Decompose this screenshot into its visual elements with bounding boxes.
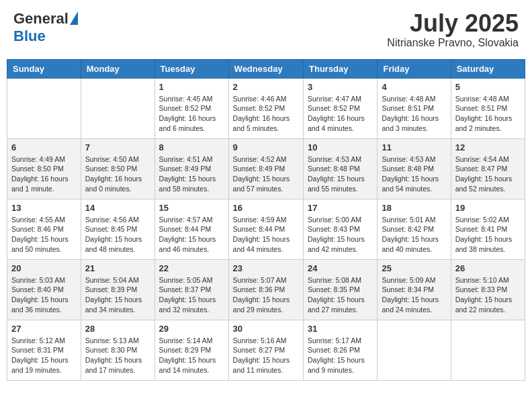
day-info: Sunrise: 5:10 AMSunset: 8:33 PMDaylight:… (455, 275, 521, 315)
day-info: Sunrise: 4:50 AMSunset: 8:50 PMDaylight:… (85, 154, 150, 194)
calendar-header-tuesday: Tuesday (154, 59, 228, 78)
day-number: 17 (308, 203, 373, 213)
calendar-cell: 14Sunrise: 4:56 AMSunset: 8:45 PMDayligh… (81, 199, 154, 259)
calendar-cell: 1Sunrise: 4:45 AMSunset: 8:52 PMDaylight… (154, 78, 228, 138)
day-info: Sunrise: 5:07 AMSunset: 8:36 PMDaylight:… (233, 275, 299, 315)
day-info: Sunrise: 4:54 AMSunset: 8:47 PMDaylight:… (455, 154, 521, 194)
day-number: 14 (85, 203, 150, 213)
day-number: 27 (11, 324, 77, 334)
calendar-header-monday: Monday (81, 59, 154, 78)
day-info: Sunrise: 4:57 AMSunset: 8:44 PMDaylight:… (159, 215, 224, 255)
day-number: 10 (308, 142, 373, 152)
day-number: 20 (11, 263, 77, 273)
day-info: Sunrise: 5:00 AMSunset: 8:43 PMDaylight:… (308, 215, 373, 255)
day-number: 28 (85, 324, 150, 334)
day-info: Sunrise: 4:45 AMSunset: 8:52 PMDaylight:… (159, 94, 224, 134)
calendar-cell: 8Sunrise: 4:51 AMSunset: 8:49 PMDaylight… (154, 138, 228, 199)
day-number: 5 (455, 82, 521, 92)
calendar-week-row: 1Sunrise: 4:45 AMSunset: 8:52 PMDaylight… (7, 78, 525, 138)
day-info: Sunrise: 4:49 AMSunset: 8:50 PMDaylight:… (11, 154, 77, 194)
day-info: Sunrise: 5:09 AMSunset: 8:34 PMDaylight:… (382, 275, 446, 315)
calendar-cell: 11Sunrise: 4:53 AMSunset: 8:48 PMDayligh… (378, 138, 451, 199)
calendar-cell: 4Sunrise: 4:48 AMSunset: 8:51 PMDaylight… (378, 78, 451, 138)
day-number: 24 (308, 263, 373, 273)
day-info: Sunrise: 4:48 AMSunset: 8:51 PMDaylight:… (382, 94, 446, 134)
calendar-cell: 12Sunrise: 4:54 AMSunset: 8:47 PMDayligh… (451, 138, 525, 199)
day-info: Sunrise: 5:12 AMSunset: 8:31 PMDaylight:… (11, 336, 77, 375)
day-number: 16 (233, 203, 299, 213)
title-block: July 2025 Nitrianske Pravno, Slovakia (387, 10, 519, 49)
calendar-table: SundayMondayTuesdayWednesdayThursdayFrid… (7, 59, 525, 381)
day-info: Sunrise: 5:04 AMSunset: 8:39 PMDaylight:… (85, 275, 150, 315)
day-number: 23 (233, 263, 299, 273)
day-info: Sunrise: 4:53 AMSunset: 8:48 PMDaylight:… (382, 154, 446, 194)
calendar-header-friday: Friday (378, 59, 451, 78)
day-number: 25 (382, 263, 446, 273)
calendar-cell: 5Sunrise: 4:48 AMSunset: 8:51 PMDaylight… (451, 78, 525, 138)
calendar-cell: 27Sunrise: 5:12 AMSunset: 8:31 PMDayligh… (7, 320, 81, 380)
calendar-cell: 10Sunrise: 4:53 AMSunset: 8:48 PMDayligh… (304, 138, 378, 199)
day-number: 1 (159, 82, 224, 92)
day-number: 11 (382, 142, 446, 152)
calendar-cell: 18Sunrise: 5:01 AMSunset: 8:42 PMDayligh… (378, 199, 451, 259)
calendar-cell: 15Sunrise: 4:57 AMSunset: 8:44 PMDayligh… (154, 199, 228, 259)
day-info: Sunrise: 4:47 AMSunset: 8:52 PMDaylight:… (308, 94, 373, 134)
calendar-cell: 3Sunrise: 4:47 AMSunset: 8:52 PMDaylight… (304, 78, 378, 138)
calendar-cell: 30Sunrise: 5:16 AMSunset: 8:27 PMDayligh… (228, 320, 303, 380)
calendar-cell: 16Sunrise: 4:59 AMSunset: 8:44 PMDayligh… (228, 199, 303, 259)
calendar-cell (378, 320, 451, 380)
day-info: Sunrise: 5:08 AMSunset: 8:35 PMDaylight:… (308, 275, 373, 315)
day-info: Sunrise: 5:03 AMSunset: 8:40 PMDaylight:… (11, 275, 77, 315)
calendar-cell: 26Sunrise: 5:10 AMSunset: 8:33 PMDayligh… (451, 259, 525, 320)
calendar-cell: 22Sunrise: 5:05 AMSunset: 8:37 PMDayligh… (154, 259, 228, 320)
day-number: 29 (159, 324, 224, 334)
calendar-cell: 9Sunrise: 4:52 AMSunset: 8:49 PMDaylight… (228, 138, 303, 199)
day-number: 21 (85, 263, 150, 273)
calendar-cell (81, 78, 154, 138)
logo-triangle-icon (70, 11, 78, 25)
calendar-week-row: 27Sunrise: 5:12 AMSunset: 8:31 PMDayligh… (7, 320, 525, 380)
day-number: 2 (233, 82, 299, 92)
day-number: 8 (159, 142, 224, 152)
calendar-header-row: SundayMondayTuesdayWednesdayThursdayFrid… (7, 59, 525, 78)
calendar-cell (7, 78, 81, 138)
day-info: Sunrise: 5:05 AMSunset: 8:37 PMDaylight:… (159, 275, 224, 315)
day-number: 26 (455, 263, 521, 273)
calendar-header-saturday: Saturday (451, 59, 525, 78)
calendar-cell: 6Sunrise: 4:49 AMSunset: 8:50 PMDaylight… (7, 138, 81, 199)
day-info: Sunrise: 4:52 AMSunset: 8:49 PMDaylight:… (233, 154, 299, 194)
calendar-cell: 25Sunrise: 5:09 AMSunset: 8:34 PMDayligh… (378, 259, 451, 320)
calendar-cell: 19Sunrise: 5:02 AMSunset: 8:41 PMDayligh… (451, 199, 525, 259)
day-info: Sunrise: 4:59 AMSunset: 8:44 PMDaylight:… (233, 215, 299, 255)
calendar-cell: 21Sunrise: 5:04 AMSunset: 8:39 PMDayligh… (81, 259, 154, 320)
day-number: 19 (455, 203, 521, 213)
day-info: Sunrise: 5:02 AMSunset: 8:41 PMDaylight:… (455, 215, 521, 255)
day-info: Sunrise: 4:51 AMSunset: 8:49 PMDaylight:… (159, 154, 224, 194)
calendar-header-thursday: Thursday (304, 59, 378, 78)
day-number: 18 (382, 203, 446, 213)
calendar-header-wednesday: Wednesday (228, 59, 303, 78)
calendar-cell: 24Sunrise: 5:08 AMSunset: 8:35 PMDayligh… (304, 259, 378, 320)
calendar-cell: 20Sunrise: 5:03 AMSunset: 8:40 PMDayligh… (7, 259, 81, 320)
day-number: 13 (11, 203, 77, 213)
day-info: Sunrise: 4:53 AMSunset: 8:48 PMDaylight:… (308, 154, 373, 194)
calendar-week-row: 6Sunrise: 4:49 AMSunset: 8:50 PMDaylight… (7, 138, 525, 199)
day-info: Sunrise: 4:56 AMSunset: 8:45 PMDaylight:… (85, 215, 150, 255)
calendar-week-row: 20Sunrise: 5:03 AMSunset: 8:40 PMDayligh… (7, 259, 525, 320)
day-info: Sunrise: 5:17 AMSunset: 8:26 PMDaylight:… (308, 336, 373, 375)
day-number: 15 (159, 203, 224, 213)
calendar-cell: 17Sunrise: 5:00 AMSunset: 8:43 PMDayligh… (304, 199, 378, 259)
day-number: 31 (308, 324, 373, 334)
calendar-cell (451, 320, 525, 380)
calendar-cell: 2Sunrise: 4:46 AMSunset: 8:52 PMDaylight… (228, 78, 303, 138)
day-number: 12 (455, 142, 521, 152)
calendar-cell: 7Sunrise: 4:50 AMSunset: 8:50 PMDaylight… (81, 138, 154, 199)
calendar-header-sunday: Sunday (7, 59, 81, 78)
day-info: Sunrise: 5:01 AMSunset: 8:42 PMDaylight:… (382, 215, 446, 255)
day-number: 22 (159, 263, 224, 273)
logo-blue-text: Blue (13, 28, 46, 45)
day-number: 3 (308, 82, 373, 92)
day-info: Sunrise: 4:48 AMSunset: 8:51 PMDaylight:… (455, 94, 521, 134)
calendar-week-row: 13Sunrise: 4:55 AMSunset: 8:46 PMDayligh… (7, 199, 525, 259)
calendar-cell: 28Sunrise: 5:13 AMSunset: 8:30 PMDayligh… (81, 320, 154, 380)
